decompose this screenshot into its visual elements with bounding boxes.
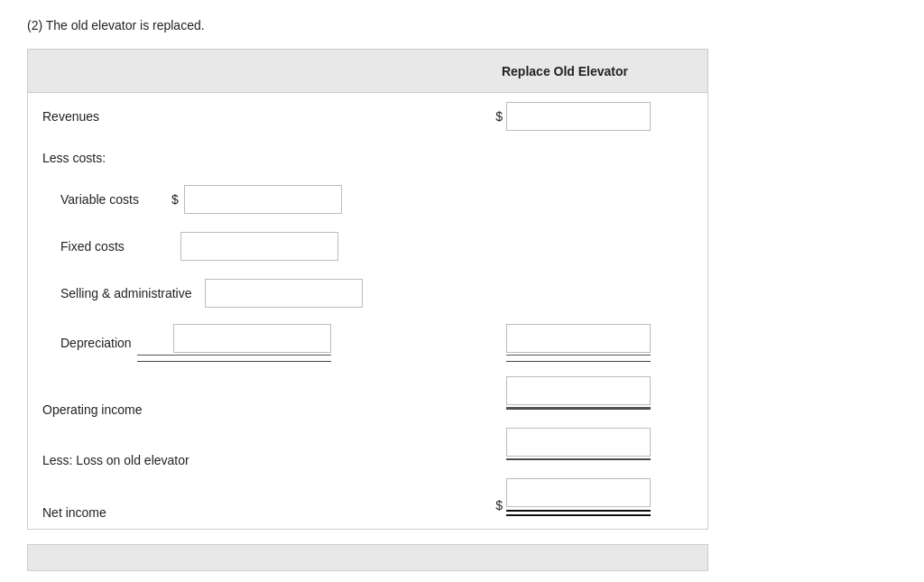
- operating-income-input-wrapper: [506, 376, 651, 410]
- variable-costs-input[interactable]: [184, 185, 342, 214]
- table-header: Replace Old Elevator: [28, 50, 707, 93]
- selling-admin-input[interactable]: [205, 279, 363, 308]
- variable-costs-left: Variable costs $: [28, 185, 479, 214]
- depreciation-right-input-wrapper: [506, 324, 651, 363]
- selling-admin-left: Selling & administrative: [28, 279, 479, 308]
- revenues-input[interactable]: [506, 102, 651, 131]
- selling-admin-label: Selling & administrative: [60, 286, 192, 300]
- less-loss-input-wrapper: [506, 428, 651, 461]
- operating-income-row: Operating income: [28, 371, 707, 422]
- net-income-row: Net income $: [28, 473, 707, 529]
- operating-income-input[interactable]: [506, 376, 651, 405]
- net-income-dollar: $: [495, 498, 503, 516]
- depreciation-label: Depreciation: [60, 336, 132, 350]
- revenues-value-cell: $: [479, 102, 660, 131]
- fixed-costs-label: Fixed costs: [60, 239, 125, 254]
- net-income-input-wrapper: [506, 478, 651, 516]
- variable-costs-dollar: $: [171, 192, 179, 207]
- revenues-dollar: $: [495, 109, 503, 124]
- revenues-row: Revenues $: [28, 93, 707, 140]
- less-loss-input[interactable]: [506, 428, 651, 457]
- less-loss-label: Less: Loss on old elevator: [42, 453, 189, 467]
- depreciation-right-input[interactable]: [506, 324, 651, 353]
- header-col2: Replace Old Elevator: [479, 64, 660, 79]
- net-income-label: Net income: [42, 505, 106, 520]
- less-costs-label: Less costs:: [28, 151, 479, 165]
- depreciation-row: Depreciation: [28, 317, 707, 371]
- variable-costs-row: Variable costs $: [28, 176, 707, 223]
- less-loss-row: Less: Loss on old elevator: [28, 422, 707, 474]
- fixed-costs-left: Fixed costs: [28, 232, 479, 261]
- net-income-input[interactable]: [506, 478, 651, 507]
- operating-income-label: Operating income: [42, 402, 143, 417]
- depreciation-left-input-wrapper: [137, 324, 331, 363]
- intro-text: (2) The old elevator is replaced.: [27, 18, 897, 32]
- fixed-costs-row: Fixed costs: [28, 223, 707, 270]
- selling-admin-row: Selling & administrative: [28, 270, 707, 317]
- revenues-label: Revenues: [28, 109, 479, 124]
- less-costs-row: Less costs:: [28, 140, 707, 176]
- variable-costs-label: Variable costs: [60, 192, 139, 207]
- fixed-costs-input[interactable]: [180, 232, 338, 261]
- footer-bar: [27, 544, 708, 571]
- main-table: Replace Old Elevator Revenues $ Less cos…: [27, 49, 708, 530]
- depreciation-left-input[interactable]: [173, 324, 331, 353]
